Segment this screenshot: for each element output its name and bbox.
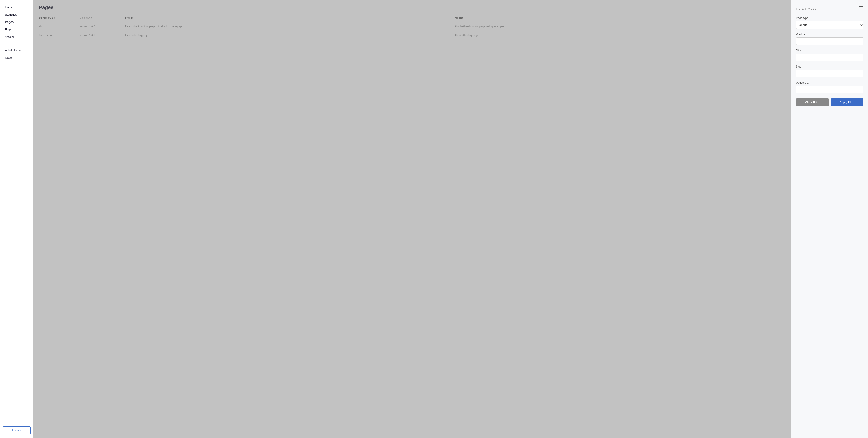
filter-icon	[858, 5, 864, 12]
version-label: Version	[796, 33, 864, 36]
filter-actions: Clear Filter Apply Filter	[796, 98, 864, 106]
slug-label: Slug	[796, 65, 864, 68]
sidebar-item-roles[interactable]: Roles	[3, 55, 31, 61]
filter-panel: FILTER PAGES Page type about faq home co…	[791, 0, 868, 438]
page-type-select[interactable]: about faq home contact	[796, 21, 864, 29]
slug-input[interactable]	[796, 70, 864, 77]
logout-button[interactable]: Logout	[3, 427, 31, 434]
filter-group-version: Version	[796, 33, 864, 45]
filter-panel-header: FILTER PAGES	[796, 5, 864, 12]
sidebar-item-faqs[interactable]: Faqs	[3, 26, 31, 33]
filter-group-slug: Slug	[796, 65, 864, 77]
main-area: Pages Page Type Version Title Slug ab ve…	[33, 0, 868, 438]
filter-panel-title: FILTER PAGES	[796, 7, 817, 10]
updated-at-label: Updated at	[796, 81, 864, 84]
version-input[interactable]	[796, 37, 864, 45]
sidebar-item-articles[interactable]: Articles	[3, 33, 31, 40]
updated-at-input[interactable]	[796, 86, 864, 93]
filter-group-updated-at: Updated at	[796, 81, 864, 93]
sidebar-item-home[interactable]: Home	[3, 4, 31, 11]
sidebar-logout-section: Logout	[0, 427, 33, 434]
pages-content: Pages Page Type Version Title Slug ab ve…	[33, 0, 791, 438]
filter-group-title: Title	[796, 49, 864, 61]
apply-filter-button[interactable]: Apply Filter	[831, 98, 864, 106]
sidebar-nav: Home Statistics Pages Faqs Articles Admi…	[0, 4, 33, 427]
sidebar-divider	[5, 43, 28, 44]
sidebar-item-statistics[interactable]: Statistics	[3, 11, 31, 18]
page-type-label: Page type	[796, 16, 864, 20]
dim-overlay	[33, 0, 791, 438]
title-label: Title	[796, 49, 864, 52]
title-input[interactable]	[796, 54, 864, 61]
sidebar-item-admin-users[interactable]: Admin Users	[3, 47, 31, 54]
filter-group-page-type: Page type about faq home contact	[796, 16, 864, 29]
sidebar-item-pages[interactable]: Pages	[3, 19, 31, 26]
sidebar: Home Statistics Pages Faqs Articles Admi…	[0, 0, 33, 438]
clear-filter-button[interactable]: Clear Filter	[796, 98, 829, 106]
